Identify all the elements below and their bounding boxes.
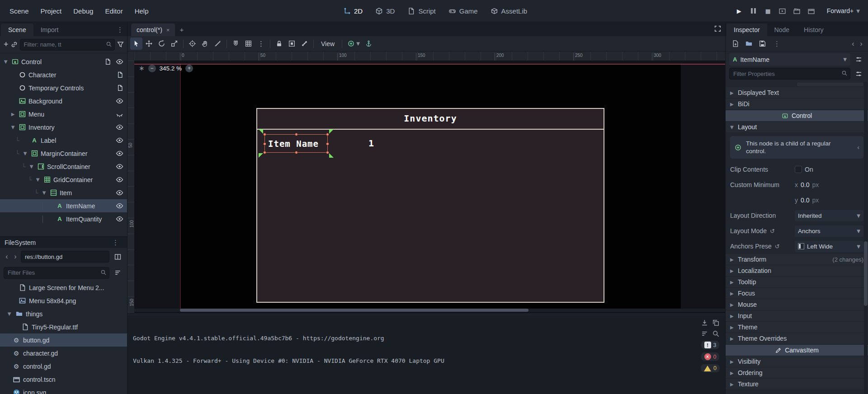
filesystem-menu-icon[interactable]: ⋮	[108, 239, 123, 247]
history-back-icon[interactable]: ‹	[850, 40, 856, 48]
resource-options-icon[interactable]: ⋮	[770, 40, 784, 48]
y-value-field[interactable]: y0.0px	[795, 197, 863, 204]
selection-handle[interactable]	[326, 133, 329, 136]
file-control-tscn[interactable]: control.tscn	[0, 373, 127, 386]
ruler-tool-button[interactable]	[212, 38, 224, 50]
close-tab-icon[interactable]: ×	[166, 27, 170, 33]
section-visibility[interactable]: ▶Visibility	[726, 356, 868, 367]
section-mouse[interactable]: ▶Mouse	[726, 299, 868, 310]
eye-icon[interactable]	[114, 189, 124, 197]
attached-script-icon[interactable]	[115, 84, 124, 91]
expand-arrow-icon[interactable]: ▶	[10, 112, 16, 117]
current-path-field[interactable]	[21, 251, 109, 263]
play-button[interactable]: ▶	[733, 5, 745, 17]
expand-arrow-icon[interactable]: ▼	[6, 311, 12, 316]
view-menu-button[interactable]: View	[316, 38, 339, 49]
scene-node-temporary-controls[interactable]: Temporary Controls	[0, 81, 127, 94]
eye-icon[interactable]	[114, 123, 124, 131]
section-focus[interactable]: ▶Focus	[726, 288, 868, 299]
section-texture[interactable]: ▶Texture	[726, 379, 868, 390]
history-forward-icon[interactable]: ›	[858, 40, 864, 48]
menu-debug[interactable]: Debug	[68, 5, 98, 18]
eye-icon[interactable]	[114, 176, 124, 183]
file-large-screen[interactable]: Large Screen for Menu 2...	[0, 281, 127, 294]
rotate-tool-button[interactable]	[156, 38, 168, 50]
property-filter-input[interactable]	[729, 68, 850, 80]
section-tooltip[interactable]: ▶Tooltip	[726, 277, 868, 288]
nav-forward-icon[interactable]: ›	[12, 253, 19, 261]
save-resource-button[interactable]	[756, 38, 768, 50]
split-view-button[interactable]	[112, 251, 123, 263]
tab-node[interactable]: Node	[767, 23, 797, 36]
eye-icon[interactable]	[114, 136, 124, 144]
eye-closed-icon[interactable]	[114, 110, 124, 118]
workspace-3d-button[interactable]: 3D	[370, 5, 400, 18]
section-layout[interactable]: ▼Layout	[726, 122, 868, 133]
copy-log-button[interactable]	[712, 319, 720, 327]
move-tool-button[interactable]	[143, 38, 155, 50]
expand-arrow-icon[interactable]: ▼	[28, 164, 34, 169]
anchor-marker[interactable]	[329, 129, 334, 134]
workspace-2d-button[interactable]: 2D	[338, 5, 368, 18]
search-log-button[interactable]	[712, 330, 720, 338]
scene-filter-input[interactable]	[20, 39, 115, 51]
node-options-button[interactable]	[853, 54, 864, 66]
filesystem-header[interactable]: FileSystem⋮	[0, 236, 127, 248]
file-control-gd[interactable]: ⚙control.gd	[0, 360, 127, 373]
viewport-canvas[interactable]: Inventory Item Name	[134, 61, 725, 313]
section-transform[interactable]: ▶Transform(2 changes)	[726, 254, 868, 265]
file-character-gd[interactable]: ⚙character.gd	[0, 347, 127, 360]
menu-help[interactable]: Help	[130, 5, 154, 18]
menu-project[interactable]: Project	[36, 5, 67, 18]
new-tab-button[interactable]: +	[175, 23, 188, 36]
smart-snap-button[interactable]	[230, 38, 242, 50]
scrollbar-thumb[interactable]	[180, 309, 528, 312]
eye-icon[interactable]	[114, 202, 124, 210]
class-header-control[interactable]: Control	[726, 110, 868, 121]
selection-handle[interactable]	[263, 133, 266, 136]
zoom-out-button[interactable]: −	[148, 65, 156, 72]
messages-filter-badge[interactable]: !3	[701, 341, 720, 349]
lock-button[interactable]	[273, 38, 285, 50]
warnings-filter-badge[interactable]: 0	[701, 364, 720, 372]
revert-icon[interactable]: ↺	[770, 228, 775, 235]
anchor-marker[interactable]	[259, 153, 263, 158]
sort-files-button[interactable]	[112, 267, 123, 279]
file-button-gd[interactable]: ⚙button.gd	[0, 333, 127, 347]
section-theme[interactable]: ▶Theme	[726, 322, 868, 333]
menu-scene[interactable]: Scene	[5, 5, 34, 18]
menu-editor[interactable]: Editor	[100, 5, 127, 18]
filter-options-button[interactable]	[117, 39, 124, 51]
selection-handle[interactable]	[263, 151, 266, 154]
scene-node-inventory[interactable]: ▼Inventory	[0, 121, 127, 134]
save-log-button[interactable]	[701, 319, 708, 327]
movie-maker-button[interactable]	[805, 5, 818, 17]
selection-rect[interactable]: Item Name	[264, 134, 328, 153]
tab-scene[interactable]: Scene	[1, 23, 33, 36]
folder-things[interactable]: ▼things	[0, 307, 127, 320]
scene-node-itemquantity[interactable]: │AItemQuantity	[0, 212, 127, 225]
eye-icon[interactable]	[114, 97, 124, 105]
scene-node-gridcontainer[interactable]: └▼GridContainer	[0, 173, 127, 186]
x-value-field[interactable]: x0.0px	[795, 181, 863, 188]
workspace-assetlib-button[interactable]: AssetLib	[486, 5, 533, 18]
section-bidi[interactable]: ▶BiDi	[726, 98, 868, 110]
layout-direction-dropdown[interactable]: Inherited▼	[795, 210, 863, 221]
scene-node-label[interactable]: └ALabel	[0, 134, 127, 147]
eye-icon[interactable]	[114, 163, 124, 170]
eye-icon[interactable]	[114, 215, 124, 223]
expand-arrow-icon[interactable]: ▼	[35, 177, 41, 182]
expand-arrow-icon[interactable]: ▼	[22, 151, 28, 156]
pan-tool-button[interactable]	[199, 38, 211, 50]
inspector-scrollbar[interactable]	[864, 82, 868, 394]
anchors-preset-dropdown[interactable]: Left Wide▼	[795, 241, 863, 252]
scene-node-control[interactable]: ▼Control	[0, 55, 127, 68]
tab-history[interactable]: History	[797, 23, 831, 36]
eye-icon[interactable]	[114, 150, 124, 157]
expand-arrow-icon[interactable]: ▼	[10, 125, 16, 130]
scene-node-character[interactable]: Character	[0, 68, 127, 81]
tab-import[interactable]: Import	[33, 23, 66, 36]
nav-back-icon[interactable]: ‹	[4, 253, 10, 261]
file-menu-png[interactable]: Menu 58x84.png	[0, 294, 127, 307]
load-resource-button[interactable]	[743, 38, 755, 50]
